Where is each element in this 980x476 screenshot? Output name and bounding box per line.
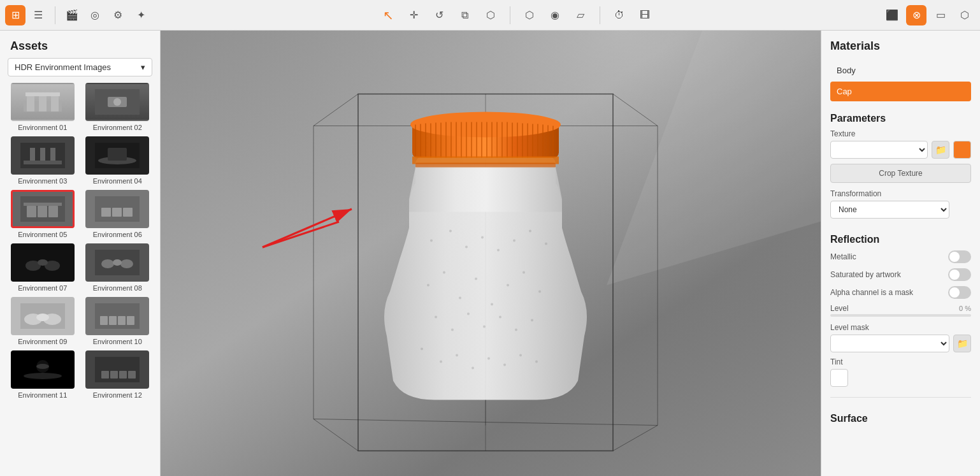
env-thumb-09 bbox=[11, 297, 75, 335]
environment-grid: Environment 01 Environment 02 bbox=[0, 83, 160, 399]
env-item-06[interactable]: Environment 06 bbox=[83, 190, 153, 238]
svg-rect-3 bbox=[51, 96, 59, 112]
svg-point-7 bbox=[113, 98, 121, 106]
crop-texture-button[interactable]: Crop Texture bbox=[830, 164, 971, 183]
saturated-toggle[interactable] bbox=[948, 268, 971, 281]
env-label-06: Environment 06 bbox=[93, 231, 142, 238]
svg-point-93 bbox=[513, 240, 515, 242]
texture-color-swatch[interactable] bbox=[953, 141, 971, 159]
toolbar-right: ⬛ ⊗ ▭ ⬡ bbox=[882, 5, 975, 25]
svg-point-71 bbox=[522, 271, 525, 274]
section-divider bbox=[830, 397, 971, 398]
env-label-02: Environment 02 bbox=[93, 124, 142, 131]
parameters-title: Parameters bbox=[830, 113, 971, 124]
build-tool-icon[interactable]: ⬡ bbox=[519, 5, 540, 25]
reflection-title: Reflection bbox=[830, 234, 971, 245]
env-item-12[interactable]: Environment 12 bbox=[83, 350, 153, 399]
env-item-08[interactable]: Environment 08 bbox=[83, 243, 153, 292]
move-tool-icon[interactable]: ✛ bbox=[404, 5, 424, 25]
env-item-09[interactable]: Environment 09 bbox=[8, 297, 78, 345]
level-container: Level 0 % bbox=[830, 304, 971, 317]
svg-point-73 bbox=[435, 316, 437, 319]
node-tool-icon[interactable]: ⬡ bbox=[480, 5, 501, 25]
env-item-02[interactable]: Environment 02 bbox=[83, 83, 153, 131]
material-cap[interactable]: Cap bbox=[830, 82, 971, 101]
env-item-05[interactable]: Environment 05 bbox=[8, 190, 78, 238]
tint-swatch[interactable] bbox=[830, 369, 848, 387]
metallic-label: Metallic bbox=[830, 252, 856, 261]
environment-dropdown[interactable]: HDR Environment Images ▾ bbox=[8, 58, 152, 76]
env-label-07: Environment 07 bbox=[18, 284, 67, 292]
level-mask-label: Level mask bbox=[830, 323, 971, 332]
cube-right-icon[interactable]: ⬛ bbox=[882, 5, 902, 25]
select-tool-icon[interactable]: ↖ bbox=[378, 5, 399, 25]
env-thumb-01 bbox=[11, 83, 75, 121]
texture-select[interactable] bbox=[830, 141, 928, 159]
toolbar-divider-3 bbox=[600, 6, 600, 24]
svg-rect-15 bbox=[108, 148, 127, 161]
film-tool-icon[interactable]: 🎞 bbox=[635, 5, 655, 25]
svg-rect-48 bbox=[110, 371, 118, 379]
svg-point-45 bbox=[36, 364, 49, 369]
svg-point-32 bbox=[113, 259, 122, 266]
env-label-08: Environment 08 bbox=[93, 284, 142, 292]
svg-point-85 bbox=[503, 364, 506, 366]
scale-tool-icon[interactable]: ⧉ bbox=[455, 5, 475, 25]
sphere-tool-icon[interactable]: ◉ bbox=[545, 5, 565, 25]
metallic-toggle[interactable] bbox=[948, 250, 971, 263]
env-thumb-08 bbox=[85, 243, 149, 282]
env-thumb-10 bbox=[85, 297, 149, 335]
material-body[interactable]: Body bbox=[830, 61, 971, 80]
env-item-03[interactable]: Environment 03 bbox=[8, 136, 78, 185]
plane-tool-icon[interactable]: ▱ bbox=[570, 5, 591, 25]
level-value: 0 % bbox=[959, 305, 971, 312]
texture-folder-btn[interactable]: 📁 bbox=[932, 141, 949, 159]
env-item-11[interactable]: Environment 11 bbox=[8, 350, 78, 399]
svg-point-95 bbox=[545, 243, 547, 245]
svg-point-91 bbox=[481, 236, 484, 239]
svg-point-31 bbox=[120, 259, 133, 268]
svg-point-92 bbox=[497, 249, 500, 252]
svg-rect-24 bbox=[123, 208, 133, 217]
toolbar-divider-2 bbox=[510, 6, 510, 24]
texture-label: Texture bbox=[830, 129, 971, 138]
alpha-toggle[interactable] bbox=[948, 286, 971, 299]
svg-point-88 bbox=[430, 240, 433, 242]
level-row: Level 0 % bbox=[830, 304, 971, 313]
settings-tool-icon[interactable]: ⚙ bbox=[108, 5, 128, 25]
level-mask-folder-btn[interactable]: 📁 bbox=[953, 335, 971, 352]
env-label-11: Environment 11 bbox=[18, 391, 67, 399]
env-item-01[interactable]: Environment 01 bbox=[8, 83, 78, 131]
env-thumb-02 bbox=[85, 83, 149, 121]
clock-tool-icon[interactable]: ⏱ bbox=[609, 5, 630, 25]
env-thumb-11 bbox=[11, 350, 75, 389]
saturated-label: Saturated by artwork bbox=[830, 270, 901, 279]
menu-tool-icon[interactable]: ☰ bbox=[28, 5, 48, 25]
sidebar-right: Materials Body Cap Parameters Texture 📁 … bbox=[821, 31, 980, 476]
svg-point-72 bbox=[538, 291, 541, 293]
level-slider[interactable] bbox=[830, 314, 971, 317]
svg-rect-17 bbox=[27, 206, 36, 217]
target-tool-icon[interactable]: ◎ bbox=[85, 5, 105, 25]
env-item-04[interactable]: Environment 04 bbox=[83, 136, 153, 185]
camera-tool-icon[interactable]: 🎬 bbox=[62, 5, 82, 25]
viewport[interactable] bbox=[161, 31, 821, 476]
svg-rect-40 bbox=[118, 316, 126, 325]
panel-right-icon[interactable]: ▭ bbox=[930, 5, 951, 25]
env-item-07[interactable]: Environment 07 bbox=[8, 243, 78, 292]
node-right-icon[interactable]: ⬡ bbox=[955, 5, 975, 25]
grid-tool-icon[interactable]: ⊞ bbox=[5, 5, 25, 25]
svg-point-28 bbox=[38, 259, 48, 266]
rotate-tool-icon[interactable]: ↺ bbox=[429, 5, 450, 25]
env-item-10[interactable]: Environment 10 bbox=[83, 297, 153, 345]
target-right-icon[interactable]: ⊗ bbox=[906, 5, 926, 25]
level-mask-select[interactable] bbox=[830, 335, 949, 352]
svg-point-36 bbox=[36, 314, 49, 321]
env-label-01: Environment 01 bbox=[18, 124, 67, 131]
light-tool-icon[interactable]: ✦ bbox=[131, 5, 151, 25]
svg-point-67 bbox=[459, 297, 461, 299]
svg-point-89 bbox=[449, 230, 452, 233]
transformation-select[interactable]: None bbox=[830, 201, 949, 219]
env-thumb-07 bbox=[11, 243, 75, 282]
toolbar-center: ↖ ✛ ↺ ⧉ ⬡ ⬡ ◉ ▱ ⏱ 🎞 bbox=[154, 5, 879, 25]
